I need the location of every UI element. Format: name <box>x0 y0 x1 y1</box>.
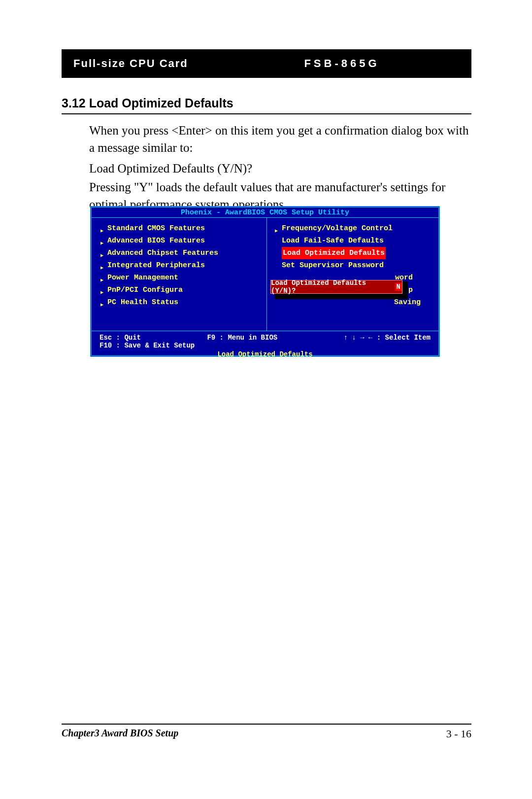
menu-frequency-voltage[interactable]: Frequency/Voltage Control <box>275 222 432 235</box>
help-f10: F10 : Save & Exit Setup <box>100 342 431 349</box>
header-left: Full-size CPU Card <box>62 49 292 78</box>
help-arrows: ↑ ↓ → ← : Select Item <box>344 334 431 342</box>
header-right: FSB-865G <box>292 49 471 78</box>
menu-supervisor-password[interactable]: Set Supervisor Password <box>275 259 432 272</box>
menu-standard-cmos[interactable]: Standard CMOS Features <box>100 222 263 235</box>
section-title: Load Optimized Defaults <box>89 96 233 110</box>
header-banner: Full-size CPU Card FSB-865G <box>62 49 471 78</box>
page: Full-size CPU Card FSB-865G 3.12 Load Op… <box>0 0 532 799</box>
menu-load-failsafe[interactable]: Load Fail-Safe Defaults <box>275 235 432 247</box>
dialog-shadow-right <box>402 281 408 299</box>
menu-advanced-bios[interactable]: Advanced BIOS Features <box>100 235 263 247</box>
paragraph-1: When you press <Enter> on this item you … <box>89 122 471 156</box>
bios-left-column: Standard CMOS Features Advanced BIOS Fea… <box>100 222 263 309</box>
bios-title: Phoenix - AwardBIOS CMOS Setup Utility <box>92 208 438 217</box>
footer-rule <box>62 724 471 725</box>
menu-integrated-peripherals[interactable]: Integrated Peripherals <box>100 259 263 272</box>
menu-pnp-pci[interactable]: PnP/PCI Configura <box>100 284 263 296</box>
dialog-prompt: Load Optimized Defaults (Y/N)? <box>271 279 392 295</box>
bios-divider-bottom <box>92 331 438 331</box>
bios-screenshot: Phoenix - AwardBIOS CMOS Setup Utility S… <box>90 206 440 357</box>
help-f9: F9 : Menu in BIOS <box>207 334 277 342</box>
section-number: 3.12 <box>62 96 86 110</box>
footer-chapter: Chapter3 Award BIOS Setup <box>62 728 178 739</box>
bios-help-bar: Esc : Quit F9 : Menu in BIOS ↑ ↓ → ← : S… <box>100 334 431 349</box>
section-heading: 3.12 Load Optimized Defaults <box>62 96 233 110</box>
menu-pc-health[interactable]: PC Health Status <box>100 296 263 309</box>
bios-divider-vertical <box>266 217 267 331</box>
confirm-dialog[interactable]: Load Optimized Defaults (Y/N)? N <box>270 280 402 294</box>
section-rule <box>62 113 471 114</box>
menu-advanced-chipset[interactable]: Advanced Chipset Features <box>100 247 263 259</box>
bios-hint: Load Optimized Defaults <box>92 350 438 358</box>
menu-load-optimized-selected: Load Optimized Defaults <box>282 247 386 259</box>
footer-page: 3 - 16 <box>446 728 471 740</box>
menu-load-optimized[interactable]: Load Optimized Defaults <box>275 247 432 259</box>
dialog-input[interactable]: N <box>395 283 402 291</box>
help-esc: Esc : Quit <box>100 334 141 342</box>
paragraph-2: Load Optimized Defaults (Y/N)? <box>89 160 471 177</box>
bios-divider-top <box>92 217 438 218</box>
menu-power-management[interactable]: Power Management <box>100 272 263 284</box>
